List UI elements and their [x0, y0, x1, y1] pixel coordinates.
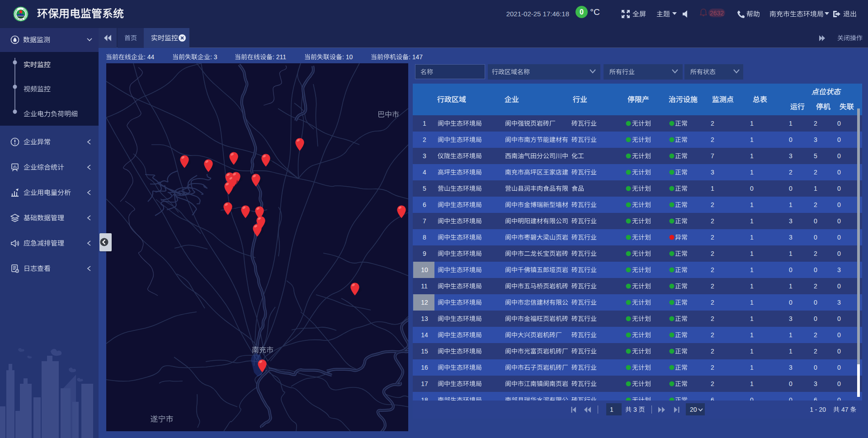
- svg-text:1: 1: [750, 331, 754, 339]
- svg-text:1: 1: [789, 348, 793, 355]
- svg-text:0: 0: [789, 396, 793, 404]
- svg-text:0: 0: [837, 315, 841, 322]
- svg-text:3: 3: [837, 266, 841, 273]
- svg-text:2: 2: [711, 364, 714, 371]
- svg-text:0: 0: [837, 331, 841, 339]
- svg-text:0: 0: [814, 234, 817, 241]
- svg-text:1: 1: [789, 201, 793, 208]
- svg-text:0: 0: [837, 217, 841, 225]
- svg-text:6: 6: [711, 396, 714, 404]
- svg-text:2: 2: [789, 169, 793, 176]
- svg-text:1: 1: [750, 299, 754, 306]
- svg-text:3: 3: [789, 315, 793, 322]
- svg-text:1: 1: [750, 364, 754, 371]
- svg-text:7: 7: [423, 217, 426, 225]
- svg-text:11: 11: [421, 283, 428, 290]
- svg-text:47: 47: [840, 406, 850, 413]
- svg-text:0: 0: [789, 136, 793, 143]
- svg-text:0: 0: [837, 396, 841, 404]
- svg-text:7: 7: [711, 152, 714, 160]
- svg-text:2: 2: [814, 201, 817, 208]
- svg-text:1: 1: [711, 185, 714, 192]
- svg-text:1: 1: [750, 120, 754, 127]
- svg-text:1: 1: [423, 120, 426, 127]
- svg-text:2: 2: [711, 234, 714, 241]
- svg-text:1: 1: [750, 217, 754, 225]
- svg-text:1: 1: [789, 250, 793, 257]
- svg-text:1: 1: [750, 315, 754, 322]
- svg-text:2: 2: [814, 250, 817, 257]
- svg-text:4: 4: [423, 169, 426, 176]
- svg-text:0: 0: [789, 380, 793, 387]
- svg-text:2: 2: [814, 331, 817, 339]
- svg-text:3: 3: [789, 152, 793, 160]
- svg-text:0: 0: [837, 185, 841, 192]
- svg-text:3: 3: [423, 152, 426, 160]
- svg-text:0: 0: [837, 234, 841, 241]
- svg-text:0: 0: [837, 283, 841, 290]
- svg-text:0: 0: [580, 8, 584, 16]
- svg-text:: 147: : 147: [409, 53, 423, 61]
- svg-text:1: 1: [789, 331, 793, 339]
- svg-text:1: 1: [610, 406, 613, 413]
- svg-text:14: 14: [421, 331, 428, 339]
- svg-text:10: 10: [421, 266, 428, 273]
- svg-text:: 10: : 10: [342, 53, 353, 61]
- svg-text:2: 2: [711, 201, 714, 208]
- svg-text:3: 3: [711, 169, 714, 176]
- svg-text:1: 1: [750, 136, 754, 143]
- svg-text:2: 2: [711, 136, 714, 143]
- svg-text:0: 0: [837, 136, 841, 143]
- svg-text:2: 2: [711, 283, 714, 290]
- svg-text:0: 0: [750, 185, 754, 192]
- svg-text:0: 0: [789, 185, 793, 192]
- svg-text:: 44: : 44: [144, 53, 155, 61]
- svg-text:2: 2: [814, 283, 817, 290]
- svg-text:2: 2: [814, 169, 817, 176]
- svg-text:1: 1: [789, 120, 793, 127]
- svg-text:2: 2: [814, 120, 817, 127]
- svg-text:5: 5: [814, 152, 817, 160]
- svg-text:15: 15: [421, 348, 428, 355]
- svg-text:1: 1: [750, 201, 754, 208]
- svg-text:0: 0: [837, 120, 841, 127]
- svg-text:0: 0: [814, 315, 817, 322]
- svg-text:9: 9: [423, 250, 426, 257]
- svg-text:0: 0: [814, 266, 817, 273]
- svg-text:: 3: : 3: [210, 53, 217, 61]
- svg-text:0: 0: [837, 169, 841, 176]
- svg-text:3: 3: [814, 136, 817, 143]
- svg-text:2: 2: [711, 380, 714, 387]
- svg-text:°C: °C: [590, 7, 599, 17]
- svg-text:0: 0: [789, 266, 793, 273]
- svg-text:2: 2: [423, 136, 426, 143]
- svg-text:6: 6: [814, 396, 817, 404]
- svg-text:1: 1: [750, 283, 754, 290]
- svg-text:1: 1: [789, 283, 793, 290]
- svg-text:0: 0: [750, 396, 754, 404]
- svg-text:3: 3: [789, 364, 793, 371]
- svg-text:0: 0: [837, 364, 841, 371]
- svg-text:8: 8: [423, 234, 426, 241]
- svg-text:1: 1: [750, 250, 754, 257]
- svg-text:16: 16: [421, 364, 428, 371]
- svg-text:1: 1: [750, 169, 754, 176]
- svg-text:1: 1: [750, 234, 754, 241]
- svg-text:0: 0: [789, 299, 793, 306]
- svg-text:0: 0: [837, 250, 841, 257]
- svg-text:18: 18: [421, 396, 428, 404]
- svg-text:1: 1: [750, 266, 754, 273]
- svg-text:2: 2: [711, 266, 714, 273]
- svg-text:2021-02-25 17:46:18: 2021-02-25 17:46:18: [506, 10, 569, 18]
- svg-text:2: 2: [711, 348, 714, 355]
- svg-text:3: 3: [789, 234, 793, 241]
- svg-text:0: 0: [837, 201, 841, 208]
- svg-text:13: 13: [421, 315, 428, 322]
- svg-text:0: 0: [814, 217, 817, 225]
- svg-text:3: 3: [789, 217, 793, 225]
- svg-text:5: 5: [423, 185, 426, 192]
- svg-text:20: 20: [690, 406, 697, 413]
- svg-text:0: 0: [814, 364, 817, 371]
- svg-text:1 - 20: 1 - 20: [810, 406, 826, 413]
- svg-text:0: 0: [814, 299, 817, 306]
